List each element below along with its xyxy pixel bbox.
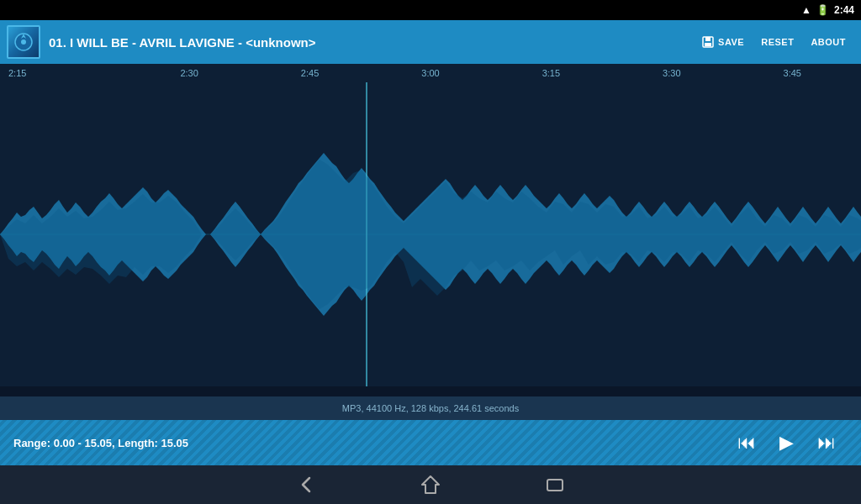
waveform-display	[0, 82, 861, 386]
album-art	[7, 25, 40, 59]
song-title: 01. I WILL BE - AVRIL LAVIGNE - <unknown…	[49, 35, 693, 50]
about-label: ABOUT	[811, 37, 846, 47]
svg-marker-8	[422, 476, 439, 493]
svg-rect-4	[705, 43, 711, 46]
battery-icon: 🔋	[816, 4, 829, 16]
time-label-5: 3:30	[611, 68, 732, 78]
save-icon	[701, 35, 715, 49]
reset-button[interactable]: RESET	[753, 32, 802, 52]
controls-bar: Range: 0.00 - 15.05, Length: 15.05 ⏮ ▶ ⏭	[0, 420, 861, 465]
time-label-1: 2:30	[129, 68, 249, 78]
fast-forward-button[interactable]: ⏭	[806, 432, 848, 454]
about-button[interactable]: ABOUT	[802, 32, 854, 52]
time-label-4: 3:15	[491, 68, 611, 78]
wifi-icon: ▲	[801, 4, 811, 16]
info-bar: MP3, 44100 Hz, 128 kbps, 244.61 seconds	[0, 396, 861, 420]
time-label-2: 2:45	[250, 68, 370, 78]
nav-bar	[0, 465, 861, 504]
status-time: 2:44	[834, 4, 854, 16]
recents-icon	[543, 473, 567, 496]
reset-label: RESET	[761, 37, 794, 47]
audio-info-text: MP3, 44100 Hz, 128 kbps, 244.61 seconds	[342, 403, 519, 413]
back-icon	[294, 473, 318, 496]
save-label: SAVE	[718, 37, 744, 47]
timeline-ruler: 2:15 2:30 2:45 3:00 3:15 3:30 3:45	[0, 64, 861, 82]
time-label-6: 3:45	[732, 68, 853, 78]
back-button[interactable]	[294, 473, 318, 496]
home-button[interactable]	[419, 473, 442, 496]
status-bar: ▲ 🔋 2:44	[0, 0, 861, 20]
svg-rect-9	[547, 480, 563, 491]
time-label-0: 2:15	[8, 68, 129, 78]
rewind-button[interactable]: ⏮	[726, 432, 768, 454]
waveform-container[interactable]	[0, 82, 861, 386]
time-label-3: 3:00	[370, 68, 490, 78]
svg-rect-3	[705, 37, 710, 41]
range-text: Range: 0.00 - 15.05, Length: 15.05	[13, 437, 726, 449]
header: 01. I WILL BE - AVRIL LAVIGNE - <unknown…	[0, 20, 861, 64]
recents-button[interactable]	[543, 473, 567, 496]
play-button[interactable]: ▶	[768, 432, 806, 454]
home-icon	[419, 473, 442, 496]
save-button[interactable]: SAVE	[693, 30, 753, 54]
svg-point-1	[21, 39, 26, 45]
